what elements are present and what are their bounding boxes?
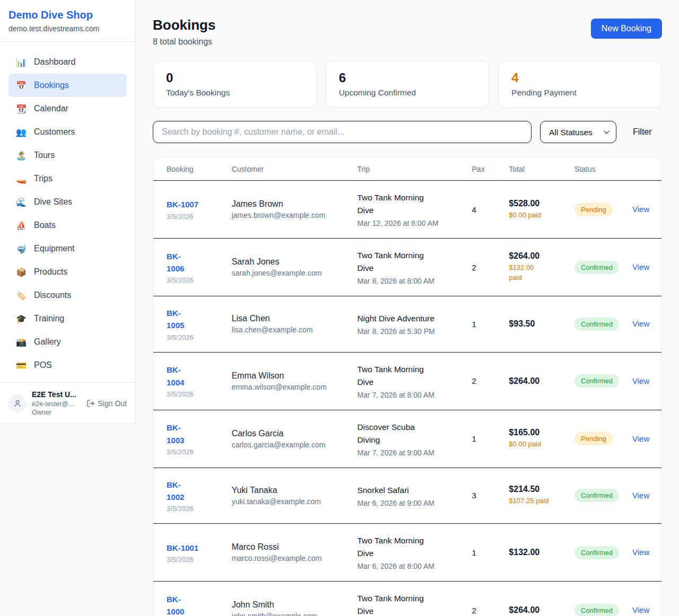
sidebar: Demo Dive Shop demo.test.divestreams.com… — [0, 0, 136, 424]
trip-datetime: Mar 8, 2026 at 8:00 AM — [357, 277, 459, 285]
trip-name: Discover Scuba Diving — [357, 421, 459, 446]
pax-count: 4 — [466, 181, 503, 239]
status-badge: Confirmed — [574, 604, 619, 616]
booking-id-link[interactable]: BK-1001 — [167, 542, 198, 554]
view-link[interactable]: View — [632, 605, 649, 614]
sidebar-item-discounts[interactable]: 🏷️ Discounts — [8, 284, 127, 307]
bookings-table: Booking Customer Trip Pax Total Status B… — [153, 157, 661, 616]
status-select[interactable]: All Statuses — [540, 121, 616, 143]
col-booking: Booking — [153, 157, 225, 181]
sailboat-icon: ⛵ — [16, 221, 27, 231]
sidebar-item-dive-sites[interactable]: 🌊 Dive Sites — [8, 190, 127, 214]
col-pax: Pax — [466, 157, 503, 181]
user-email: e2e-tester@... — [32, 400, 76, 408]
sidebar-item-customers[interactable]: 👥 Customers — [8, 120, 127, 144]
people-icon: 👥 — [16, 127, 27, 137]
new-booking-button[interactable]: New Booking — [591, 19, 662, 39]
sidebar-item-gallery[interactable]: 📸 Gallery — [8, 330, 127, 354]
person-icon — [13, 399, 22, 408]
sign-out-button[interactable]: Sign Out — [86, 399, 127, 408]
view-link[interactable]: View — [632, 319, 649, 328]
booking-id-link[interactable]: BK- 1000 — [167, 593, 184, 616]
view-link[interactable]: View — [632, 262, 649, 271]
booking-id-link[interactable]: BK- 1002 — [167, 479, 184, 504]
package-icon: 📦 — [16, 267, 27, 277]
customer-email: sarah.jones@example.com — [232, 269, 345, 277]
pax-count: 1 — [466, 524, 503, 582]
col-customer: Customer — [225, 157, 351, 181]
sidebar-item-tours[interactable]: 🏝️ Tours — [8, 144, 127, 167]
main-content: Bookings 8 total bookings New Booking 0 … — [136, 0, 679, 616]
customer-name: Marco Rossi — [232, 542, 345, 552]
customer-email: carlos.garcia@example.com — [232, 441, 345, 449]
sidebar-item-boats[interactable]: ⛵ Boats — [8, 214, 127, 237]
pax-count: 2 — [466, 239, 503, 296]
booking-date: 3/5/2026 — [167, 505, 219, 513]
view-link[interactable]: View — [632, 491, 649, 500]
table-row: BK- 1004 3/5/2026 Emma Wilson emma.wilso… — [153, 352, 661, 410]
booking-id-link[interactable]: BK- 1005 — [167, 307, 184, 332]
diving-mask-icon: 🤿 — [16, 244, 27, 254]
booking-id-link[interactable]: BK-1007 — [167, 198, 198, 210]
brand: Demo Dive Shop demo.test.divestreams.com — [0, 0, 135, 42]
view-link[interactable]: View — [632, 548, 649, 557]
table-row: BK-1001 3/5/2026 Marco Rossi marco.rossi… — [153, 524, 661, 582]
sidebar-item-equipment[interactable]: 🤿 Equipment — [8, 237, 127, 260]
table-row: BK- 1003 3/5/2026 Carlos Garcia carlos.g… — [153, 410, 661, 468]
table-row: BK- 1005 3/5/2026 Lisa Chen lisa.chen@ex… — [153, 296, 661, 353]
tag-icon: 🏷️ — [16, 291, 27, 301]
camera-icon: 📸 — [16, 337, 27, 347]
customer-name: Lisa Chen — [232, 314, 345, 323]
pax-count: 2 — [466, 352, 503, 410]
booking-id-link[interactable]: BK- 1003 — [167, 421, 184, 446]
sidebar-item-bookings[interactable]: 📅 Bookings — [8, 74, 127, 97]
customer-email: yuki.tanaka@example.com — [232, 497, 345, 506]
paid-amount: $107.25 paid — [509, 496, 562, 506]
booking-date: 3/5/2026 — [167, 213, 219, 221]
booking-id-link[interactable]: BK- 1004 — [167, 364, 184, 389]
view-link[interactable]: View — [632, 205, 649, 214]
trip-datetime: Mar 12, 2026 at 8:00 AM — [357, 219, 459, 227]
calendar-icon: 📅 — [16, 81, 27, 91]
total-amount: $264.00 — [509, 251, 562, 261]
sidebar-item-pos[interactable]: 💳 POS — [8, 354, 127, 377]
avatar — [8, 394, 27, 412]
sidebar-item-dashboard[interactable]: 📊 Dashboard — [8, 50, 127, 74]
booking-date: 3/5/2026 — [167, 556, 219, 564]
booking-date: 3/5/2026 — [167, 333, 219, 341]
total-amount: $214.50 — [509, 485, 562, 494]
view-link[interactable]: View — [632, 434, 649, 443]
customer-email: lisa.chen@example.com — [232, 325, 345, 334]
brand-name: Demo Dive Shop — [8, 9, 127, 21]
search-input[interactable] — [153, 121, 532, 143]
status-badge: Confirmed — [574, 546, 619, 559]
sign-out-label: Sign Out — [98, 399, 127, 408]
trip-name: Night Dive Adventure — [357, 312, 459, 325]
stat-card: 6 Upcoming Confirmed — [326, 61, 490, 108]
total-amount: $528.00 — [509, 199, 562, 208]
status-select-wrap: All Statuses — [540, 121, 616, 143]
stats-row: 0 Today's Bookings 6 Upcoming Confirmed … — [153, 61, 662, 108]
pax-count: 2 — [466, 582, 503, 616]
view-link[interactable]: View — [632, 376, 649, 385]
bookings-table-card: Booking Customer Trip Pax Total Status B… — [153, 157, 662, 616]
trip-datetime: Mar 8, 2026 at 5:30 PM — [357, 327, 459, 336]
customer-name: Carlos Garcia — [232, 429, 345, 438]
booking-date: 3/5/2026 — [167, 276, 219, 284]
booking-id-link[interactable]: BK- 1006 — [167, 250, 184, 275]
sidebar-item-calendar[interactable]: 📆 Calendar — [8, 97, 127, 120]
filter-button[interactable]: Filter — [633, 127, 652, 137]
col-actions — [626, 157, 661, 181]
pax-count: 1 — [466, 296, 503, 353]
sidebar-item-trips[interactable]: 🚤 Trips — [8, 167, 127, 190]
customer-name: Sarah Jones — [232, 257, 345, 267]
sidebar-item-training[interactable]: 🎓 Training — [8, 307, 127, 330]
stat-label: Today's Bookings — [166, 88, 303, 98]
stat-value: 4 — [511, 71, 649, 85]
paid-amount: $0.00 paid — [509, 210, 562, 221]
page-header: Bookings 8 total bookings New Booking — [153, 17, 662, 47]
status-badge: Pending — [574, 432, 613, 445]
trip-datetime: Mar 7, 2026 at 8:00 AM — [357, 391, 459, 399]
credit-card-icon: 💳 — [16, 360, 27, 371]
sidebar-item-products[interactable]: 📦 Products — [8, 260, 127, 284]
